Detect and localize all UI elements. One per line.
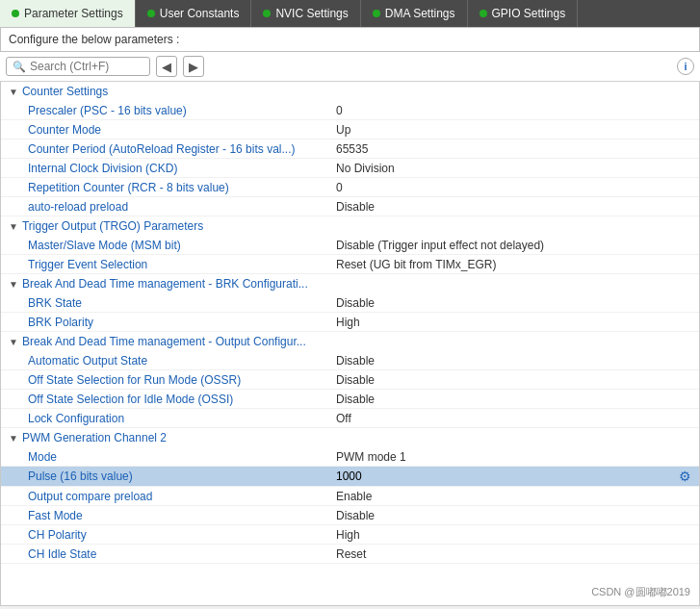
section-header-4[interactable]: ▼ PWM Generation Channel 2 — [1, 428, 699, 447]
tab-parameter-settings[interactable]: Parameter Settings — [0, 0, 136, 27]
tab-dot-icon — [480, 10, 487, 17]
param-value: Disable — [336, 373, 691, 387]
param-value: 65535 — [336, 142, 691, 156]
param-value: Reset (UG bit from TIMx_EGR) — [336, 258, 691, 271]
param-row: Trigger Event SelectionReset (UG bit fro… — [1, 255, 699, 274]
section-header-0[interactable]: ▼ Counter Settings — [1, 82, 699, 101]
param-value[interactable]: 1000 — [336, 469, 679, 483]
tab-user-constants[interactable]: User Constants — [136, 0, 252, 27]
param-name: BRK Polarity — [28, 316, 336, 329]
param-name: Fast Mode — [28, 509, 336, 522]
chevron-icon: ▼ — [9, 337, 18, 347]
param-value: No Division — [336, 162, 691, 175]
param-value: Up — [336, 123, 691, 137]
param-name: Lock Configuration — [28, 412, 336, 425]
param-row: ModePWM mode 1 — [1, 447, 699, 467]
param-row: Repetition Counter (RCR - 8 bits value)0 — [1, 178, 699, 197]
tab-label: Parameter Settings — [24, 7, 123, 20]
section-label: Break And Dead Time management - Output … — [22, 335, 306, 348]
param-name: Master/Slave Mode (MSM bit) — [28, 239, 336, 252]
param-row[interactable]: Pulse (16 bits value)1000⚙ — [1, 467, 699, 487]
param-value: Off — [336, 412, 691, 425]
param-name: Repetition Counter (RCR - 8 bits value) — [28, 181, 336, 194]
param-row: Off State Selection for Idle Mode (OSSI)… — [1, 390, 699, 409]
param-name: Trigger Event Selection — [28, 258, 336, 271]
param-value: Disable — [336, 354, 691, 368]
tab-dot-icon — [263, 10, 271, 17]
tab-dot-icon — [147, 10, 155, 17]
tab-gpio-settings[interactable]: GPIO Settings — [468, 0, 579, 27]
chevron-icon: ▼ — [9, 279, 18, 290]
param-value: PWM mode 1 — [336, 450, 691, 464]
tab-label: User Constants — [160, 7, 240, 20]
param-row: Prescaler (PSC - 16 bits value)0 — [1, 101, 699, 120]
tab-label: GPIO Settings — [492, 7, 566, 20]
param-name: Mode — [28, 450, 336, 464]
param-name: auto-reload preload — [28, 200, 336, 214]
param-row: Automatic Output StateDisable — [1, 351, 699, 370]
section-label: Trigger Output (TRGO) Parameters — [22, 219, 203, 233]
param-row: Output compare preloadEnable — [1, 487, 699, 506]
param-value: Disable — [336, 509, 691, 522]
chevron-icon: ▼ — [9, 433, 18, 444]
gear-icon[interactable]: ⚙ — [679, 469, 691, 484]
tab-dma-settings[interactable]: DMA Settings — [361, 0, 468, 27]
param-row: Counter Period (AutoReload Register - 16… — [1, 140, 699, 159]
tab-nvic-settings[interactable]: NVIC Settings — [251, 0, 360, 27]
configure-text: Configure the below parameters : — [9, 33, 179, 46]
param-row: CH Idle StateReset — [1, 545, 699, 564]
search-bar: 🔍 ◀ ▶ i — [0, 52, 700, 82]
param-name: Counter Period (AutoReload Register - 16… — [28, 142, 336, 156]
content-area: ▼ Counter SettingsPrescaler (PSC - 16 bi… — [0, 82, 700, 606]
tabs-bar: Parameter SettingsUser ConstantsNVIC Set… — [0, 0, 700, 27]
param-row: Lock ConfigurationOff — [1, 409, 699, 428]
section-header-1[interactable]: ▼ Trigger Output (TRGO) Parameters — [1, 216, 699, 236]
param-name: CH Idle State — [28, 547, 336, 561]
param-value: Disable — [336, 296, 691, 310]
param-value: 0 — [336, 104, 691, 117]
section-label: Break And Dead Time management - BRK Con… — [22, 277, 308, 291]
section-header-2[interactable]: ▼ Break And Dead Time management - BRK C… — [1, 274, 699, 293]
param-name: Automatic Output State — [28, 354, 336, 368]
param-name: Internal Clock Division (CKD) — [28, 162, 336, 175]
tab-dot-icon — [12, 10, 19, 17]
nav-next-button[interactable]: ▶ — [183, 56, 204, 77]
param-value: High — [336, 528, 691, 542]
tab-label: DMA Settings — [385, 7, 455, 20]
search-icon: 🔍 — [13, 61, 26, 73]
tab-dot-icon — [373, 10, 380, 17]
param-name: Off State Selection for Run Mode (OSSR) — [28, 373, 336, 387]
param-name: Output compare preload — [28, 490, 336, 503]
param-name: Counter Mode — [28, 123, 336, 137]
param-value: High — [336, 316, 691, 329]
param-row: Master/Slave Mode (MSM bit)Disable (Trig… — [1, 236, 699, 255]
section-label: Counter Settings — [22, 85, 108, 98]
chevron-icon: ▼ — [9, 87, 18, 97]
param-name: Off State Selection for Idle Mode (OSSI) — [28, 393, 336, 406]
watermark: CSDN @圆嘟嘟2019 — [591, 585, 690, 599]
section-header-3[interactable]: ▼ Break And Dead Time management - Outpu… — [1, 332, 699, 351]
param-row: BRK PolarityHigh — [1, 313, 699, 332]
param-name: CH Polarity — [28, 528, 336, 542]
info-button[interactable]: i — [677, 58, 694, 75]
param-row: auto-reload preloadDisable — [1, 197, 699, 216]
param-row: Counter ModeUp — [1, 120, 699, 140]
param-row: Internal Clock Division (CKD)No Division — [1, 159, 699, 178]
param-name: Prescaler (PSC - 16 bits value) — [28, 104, 336, 117]
param-row: BRK StateDisable — [1, 293, 699, 313]
param-value: Disable — [336, 200, 691, 214]
param-value: Enable — [336, 490, 691, 503]
param-value: Disable — [336, 393, 691, 406]
param-name: BRK State — [28, 296, 336, 310]
param-row: Fast ModeDisable — [1, 506, 699, 525]
param-value: 0 — [336, 181, 691, 194]
nav-prev-button[interactable]: ◀ — [156, 56, 177, 77]
chevron-icon: ▼ — [9, 221, 18, 232]
section-label: PWM Generation Channel 2 — [22, 431, 167, 444]
search-input[interactable] — [30, 60, 136, 73]
configure-bar: Configure the below parameters : — [0, 27, 700, 52]
param-value: Disable (Trigger input effect not delaye… — [336, 239, 691, 252]
search-input-wrapper[interactable]: 🔍 — [6, 57, 150, 76]
param-name: Pulse (16 bits value) — [28, 469, 336, 483]
tab-label: NVIC Settings — [275, 7, 348, 20]
